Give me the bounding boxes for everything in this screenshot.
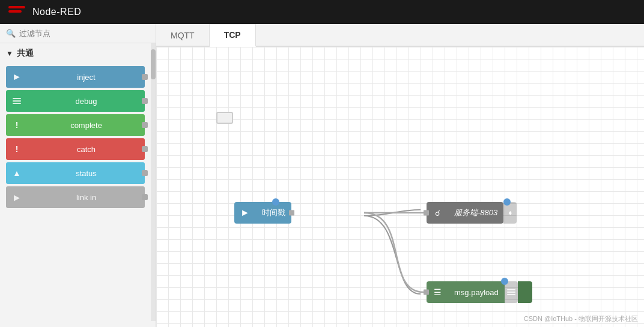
section-header-common[interactable]: ▼ 共通 — [0, 43, 151, 64]
linkin-arrow-icon: ▶ — [14, 193, 20, 202]
arrow-canvas-icon: ► — [240, 207, 250, 218]
inject-icon-box: ► — [6, 66, 28, 88]
canvas-area: MQTT TCP ► 时间戳 — [156, 24, 644, 327]
msgpayload-icon: ☰ — [427, 281, 448, 303]
server-icon: ☌ — [427, 202, 448, 224]
msgpayload-green-box — [518, 281, 532, 303]
app-title: Node-RED — [32, 7, 81, 17]
logo-icon — [8, 6, 28, 18]
sidebar-item-complete[interactable]: ! complete — [6, 114, 145, 136]
canvas-node-timestamp[interactable]: ► 时间戳 — [234, 202, 291, 224]
linkin-port — [142, 194, 148, 200]
catch-label: catch — [28, 138, 145, 160]
canvas-node-server[interactable]: ☌ 服务端-8803 ♦ — [427, 202, 517, 224]
linkin-label: link in — [28, 186, 145, 208]
catch-icon-box: ! — [6, 138, 28, 160]
status-port — [142, 170, 148, 176]
section-label: 共通 — [17, 48, 34, 59]
flow-canvas[interactable]: ► 时间戳 ☌ 服务端-8803 — [156, 47, 644, 327]
msgpayload-lines-icon — [507, 288, 515, 296]
chevron-down-icon: ▼ — [6, 49, 13, 58]
timestamp-port-out — [289, 210, 294, 216]
sidebar: 🔍 ▼ 共通 ► inject — [0, 24, 156, 327]
inject-label: inject — [28, 66, 145, 88]
msgpayload-label: msg.payload — [448, 281, 505, 303]
tab-mqtt[interactable]: MQTT — [156, 24, 210, 47]
wave-icon: ▲ — [13, 168, 21, 178]
sidebar-scrollbar[interactable] — [151, 43, 156, 321]
complete-icon-box: ! — [6, 114, 28, 136]
wifi-canvas-icon: ☌ — [435, 209, 440, 218]
msgpayload-port-top — [501, 278, 508, 285]
arrow-icon: ► — [12, 72, 22, 82]
canvas-node-msgpayload[interactable]: ☰ msg.payload — [427, 281, 532, 303]
status-icon-box: ▲ — [6, 162, 28, 184]
msgpayload-port-in — [424, 290, 429, 295]
exclaim-icon: ! — [16, 120, 19, 130]
msgpayload-right-box — [505, 281, 518, 303]
main-layout: 🔍 ▼ 共通 ► inject — [0, 24, 644, 327]
footer-watermark: CSDN @IoTHub - 物联网开源技术社区 — [524, 314, 638, 323]
complete-port — [142, 122, 148, 128]
debug-label: debug — [28, 90, 145, 112]
logo: Node-RED — [8, 6, 81, 18]
sidebar-item-inject[interactable]: ► inject — [6, 66, 145, 88]
timestamp-icon: ► — [234, 202, 256, 224]
status-label: status — [28, 162, 145, 184]
inject-port — [142, 74, 148, 80]
timestamp-port-top — [272, 198, 279, 206]
tab-tcp[interactable]: TCP — [210, 24, 256, 47]
sidebar-scroll-thumb[interactable] — [151, 49, 156, 79]
connections-svg — [156, 47, 644, 327]
sidebar-item-linkin[interactable]: ▶ link in — [6, 186, 145, 208]
sidebar-item-status[interactable]: ▲ status — [6, 162, 145, 184]
lines-icon — [13, 97, 21, 105]
debug-port — [142, 98, 148, 104]
node-placeholder — [216, 112, 233, 124]
server-port-in — [424, 210, 429, 216]
exclaim-red-icon: ! — [16, 144, 19, 154]
server-label: 服务端-8803 — [448, 202, 503, 224]
linkin-icon-box: ▶ — [6, 186, 28, 208]
sidebar-content: ▼ 共通 ► inject — [0, 43, 156, 327]
sidebar-item-catch[interactable]: ! catch — [6, 138, 145, 160]
complete-label: complete — [28, 114, 145, 136]
app-header: Node-RED — [0, 0, 644, 24]
catch-port — [142, 146, 148, 152]
search-icon: 🔍 — [6, 29, 16, 38]
filter-input[interactable] — [19, 29, 150, 38]
server-wifi-icon: ♦ — [508, 209, 512, 217]
filter-bar[interactable]: 🔍 — [0, 24, 156, 43]
tabs-bar: MQTT TCP — [156, 24, 644, 47]
sidebar-item-debug[interactable]: debug — [6, 90, 145, 112]
msgpayload-icon-sym: ☰ — [434, 287, 442, 297]
debug-icon-box — [6, 90, 28, 112]
wires-svg — [156, 47, 644, 327]
